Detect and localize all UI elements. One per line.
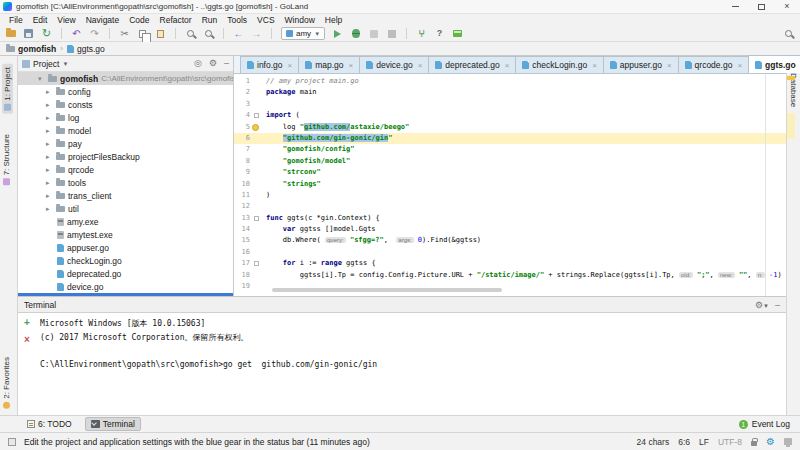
chevron-collapsed-icon[interactable]: ▸ <box>46 153 53 161</box>
cut-button[interactable]: ✂ <box>119 28 130 39</box>
copy-button[interactable] <box>137 28 148 39</box>
tree-item-trans_client[interactable]: ▸trans_client <box>18 189 233 202</box>
close-tab-icon[interactable]: × <box>592 61 597 70</box>
tree-item-pay[interactable]: ▸pay <box>18 137 233 150</box>
error-stripe-selection-mark[interactable] <box>787 113 795 139</box>
chevron-collapsed-icon[interactable]: ▸ <box>46 166 53 174</box>
caret-position[interactable]: 6:6 <box>678 437 690 447</box>
tree-item-amy.exe[interactable]: amy.exe <box>18 215 233 228</box>
tree-item-consts[interactable]: ▸consts <box>18 98 233 111</box>
breadcrumb-project[interactable]: gomofish <box>6 44 56 54</box>
close-tab-icon[interactable]: × <box>349 61 354 70</box>
hide-panel-icon[interactable]: – <box>224 59 229 68</box>
menu-edit[interactable]: Edit <box>28 15 53 25</box>
inspections-hector-icon[interactable] <box>784 438 792 445</box>
lock-icon[interactable] <box>751 441 757 446</box>
tree-item-amytest.exe[interactable]: amytest.exe <box>18 228 233 241</box>
tree-item-tools[interactable]: ▸tools <box>18 176 233 189</box>
new-session-button[interactable]: + <box>24 317 30 328</box>
chevron-down-icon[interactable]: ▼ <box>62 61 68 67</box>
chevron-collapsed-icon[interactable]: ▸ <box>46 140 53 148</box>
tool-window-button-favorites[interactable]: 2: Favorites <box>2 357 11 409</box>
menu-view[interactable]: View <box>52 15 80 25</box>
menu-vcs[interactable]: VCS <box>252 15 279 25</box>
redo-button[interactable]: ↷ <box>89 28 100 39</box>
menu-run[interactable]: Run <box>197 15 223 25</box>
line-separator-indicator[interactable]: LF <box>699 437 709 447</box>
locate-file-icon[interactable]: ◎ <box>194 59 202 68</box>
settings-button[interactable]: ⑂ <box>416 28 427 39</box>
close-tab-icon[interactable]: × <box>418 61 423 70</box>
tool-window-button-terminal[interactable]: Terminal <box>85 417 141 431</box>
tab-device.go[interactable]: device.go× <box>359 56 429 73</box>
chevron-collapsed-icon[interactable]: ▸ <box>46 205 53 213</box>
run-button[interactable] <box>332 28 343 39</box>
find-button[interactable] <box>185 28 196 39</box>
tree-item-projectFilesBackup[interactable]: ▸projectFilesBackup <box>18 150 233 163</box>
menu-window[interactable]: Window <box>280 15 320 25</box>
replace-button[interactable] <box>203 28 214 39</box>
gear-icon[interactable]: ⚙▼ <box>755 300 769 310</box>
tree-item-checkLogin.go[interactable]: checkLogin.go <box>18 254 233 267</box>
menu-refactor[interactable]: Refactor <box>155 15 197 25</box>
project-view-selector[interactable]: Project <box>33 59 59 69</box>
stop-button[interactable] <box>386 28 397 39</box>
gear-icon[interactable]: ⚙ <box>209 59 217 68</box>
close-tab-icon[interactable]: × <box>667 61 672 70</box>
menu-navigate[interactable]: Navigate <box>81 15 125 25</box>
horizontal-scrollbar[interactable] <box>272 288 502 292</box>
debug-button[interactable] <box>350 28 361 39</box>
chevron-expanded-icon[interactable]: ▾ <box>38 75 45 83</box>
close-tab-icon[interactable]: × <box>737 61 742 70</box>
tool-window-button-todo[interactable]: 6: TODO <box>22 418 77 430</box>
close-button[interactable]: × <box>774 0 800 13</box>
chevron-collapsed-icon[interactable]: ▸ <box>46 88 53 96</box>
fold-marker-icon[interactable] <box>254 216 259 221</box>
terminal-header[interactable]: Terminal ⚙▼ – <box>18 297 786 313</box>
terminal-output[interactable]: Microsoft Windows [版本 10.0.15063](c) 201… <box>40 317 782 413</box>
tab-info.go[interactable]: info.go× <box>240 56 299 73</box>
help-button[interactable]: ? <box>434 28 445 39</box>
tree-item-log[interactable]: ▸log <box>18 111 233 124</box>
forward-button[interactable]: → <box>251 28 262 39</box>
chevron-collapsed-icon[interactable]: ▸ <box>46 114 53 122</box>
tab-checkLogin.go[interactable]: checkLogin.go× <box>515 56 604 73</box>
tree-item-util[interactable]: ▸util <box>18 202 233 215</box>
project-root-row[interactable]: ▾ gomofish C:\AllEnvironment\gopath\src\… <box>18 72 233 85</box>
menu-tools[interactable]: Tools <box>222 15 252 25</box>
tab-qrcode.go[interactable]: qrcode.go× <box>678 56 749 73</box>
menu-file[interactable]: File <box>4 15 28 25</box>
tree-item-config[interactable]: ▸config <box>18 85 233 98</box>
coverage-button[interactable] <box>368 28 379 39</box>
paste-button[interactable] <box>155 28 166 39</box>
back-button[interactable]: ← <box>233 28 244 39</box>
tree-item-device.go[interactable]: device.go <box>18 280 233 293</box>
tab-map.go[interactable]: map.go× <box>298 56 360 73</box>
intention-bulb-icon[interactable] <box>252 124 259 131</box>
toggle-stripes-icon[interactable] <box>8 438 16 446</box>
tab-ggts.go[interactable]: ggts.go× <box>748 55 800 73</box>
hide-panel-icon[interactable]: – <box>775 300 780 310</box>
code-area[interactable]: // amy project main.gopackage mainimport… <box>266 76 782 292</box>
menu-code[interactable]: Code <box>124 15 154 25</box>
chevron-collapsed-icon[interactable]: ▸ <box>46 127 53 135</box>
feedback-button[interactable] <box>452 28 463 39</box>
fold-marker-icon[interactable] <box>254 113 259 118</box>
open-button[interactable] <box>5 28 16 39</box>
maximize-button[interactable] <box>748 0 774 13</box>
close-tab-icon[interactable]: × <box>288 61 293 70</box>
tab-deprecated.go[interactable]: deprecated.go× <box>428 56 516 73</box>
fold-marker-icon[interactable] <box>254 261 259 266</box>
undo-button[interactable]: ↶ <box>71 28 82 39</box>
breadcrumb-file[interactable]: ggts.go <box>67 44 105 54</box>
status-message[interactable]: Edit the project and application setting… <box>24 437 370 447</box>
tool-window-button-project[interactable]: 1: Project <box>2 64 13 114</box>
tree-item-deprecated.go[interactable]: deprecated.go <box>18 267 233 280</box>
chevron-collapsed-icon[interactable]: ▸ <box>46 101 53 109</box>
blue-gear-icon[interactable]: ⚙ <box>766 437 775 447</box>
chevron-collapsed-icon[interactable]: ▸ <box>46 192 53 200</box>
search-everywhere-button[interactable] <box>783 28 794 39</box>
tab-appuser.go[interactable]: appuser.go× <box>603 56 679 73</box>
tree-item-appuser.go[interactable]: appuser.go <box>18 241 233 254</box>
event-log-button[interactable]: 1 Event Log <box>739 419 800 429</box>
